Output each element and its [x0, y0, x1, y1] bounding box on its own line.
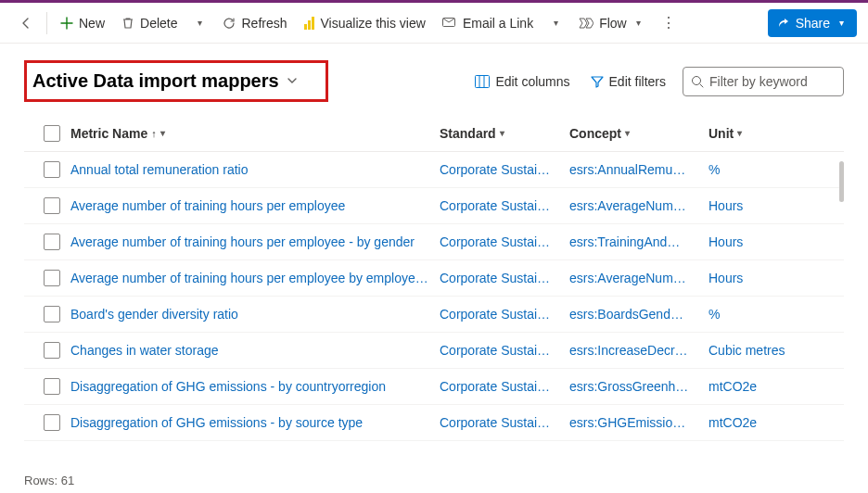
cell-standard[interactable]: Corporate Sustai…: [440, 271, 569, 285]
cell-metric-name[interactable]: Average number of training hours per emp…: [70, 198, 440, 213]
cell-standard[interactable]: Corporate Sustai…: [440, 415, 569, 430]
cell-metric-name[interactable]: Average number of training hours per emp…: [70, 234, 440, 249]
table-row[interactable]: Average number of training hours per emp…: [24, 224, 844, 260]
cell-standard[interactable]: Corporate Sustai…: [440, 343, 569, 358]
row-select[interactable]: [33, 234, 70, 250]
svg-rect-2: [312, 17, 314, 30]
email-link-label: Email a Link: [463, 16, 533, 31]
refresh-icon: [223, 17, 236, 30]
row-select[interactable]: [33, 161, 70, 178]
cell-concept[interactable]: esrs:IncreaseDecr…: [569, 343, 708, 358]
column-header-standard[interactable]: Standard ▾: [440, 126, 569, 141]
search-icon: [691, 75, 704, 88]
email-link-button[interactable]: Email a Link: [435, 8, 541, 38]
checkbox-icon: [44, 197, 60, 214]
plus-icon: [60, 17, 73, 30]
trash-icon: [121, 17, 134, 30]
column-header-concept[interactable]: Concept ▾: [569, 126, 708, 141]
table-row[interactable]: Changes in water storageCorporate Sustai…: [24, 333, 844, 369]
table-row[interactable]: Annual total remuneration ratioCorporate…: [24, 152, 844, 188]
table-row[interactable]: Board's gender diversity ratioCorporate …: [24, 297, 844, 333]
cell-metric-name[interactable]: Annual total remuneration ratio: [70, 162, 440, 177]
cell-concept[interactable]: esrs:AnnualRemu…: [569, 162, 708, 177]
refresh-button[interactable]: Refresh: [215, 8, 294, 38]
cell-unit[interactable]: %: [708, 307, 820, 322]
cell-metric-name[interactable]: Average number of training hours per emp…: [70, 271, 440, 285]
cell-unit[interactable]: Hours: [708, 234, 820, 249]
col-label: Metric Name: [70, 126, 147, 141]
checkbox-icon: [44, 306, 60, 322]
row-select[interactable]: [33, 197, 70, 214]
column-header-metric-name[interactable]: Metric Name ↑ ▾: [70, 126, 440, 141]
cell-unit[interactable]: mtCO2e: [708, 379, 820, 394]
table-row[interactable]: Disaggregation of GHG emissions - by cou…: [24, 369, 844, 405]
row-select[interactable]: [33, 342, 70, 359]
table-row[interactable]: Disaggregation of GHG emissions - by sou…: [24, 405, 844, 441]
chevron-down-icon: ▾: [632, 18, 645, 28]
new-label: New: [79, 16, 105, 31]
cell-concept[interactable]: esrs:GHGEmissio…: [569, 415, 708, 430]
delete-button[interactable]: Delete: [114, 8, 185, 38]
overflow-button[interactable]: ⋮: [654, 8, 684, 38]
email-link-dropdown[interactable]: ▾: [542, 8, 569, 38]
table-row[interactable]: Average number of training hours per emp…: [24, 260, 844, 297]
scrollbar-thumb[interactable]: [839, 161, 844, 202]
cell-unit[interactable]: %: [708, 162, 820, 177]
checkbox-icon: [44, 234, 60, 250]
email-icon: [442, 18, 457, 29]
cell-standard[interactable]: Corporate Sustai…: [440, 234, 569, 249]
chevron-down-icon: ▾: [737, 128, 742, 138]
row-select[interactable]: [33, 306, 70, 322]
view-title[interactable]: Active Data import mappers: [32, 70, 279, 92]
row-select[interactable]: [33, 270, 70, 286]
cell-metric-name[interactable]: Changes in water storage: [70, 343, 440, 358]
cell-unit[interactable]: Cubic metres: [708, 343, 820, 358]
cell-metric-name[interactable]: Board's gender diversity ratio: [70, 307, 440, 322]
edit-filters-label: Edit filters: [609, 74, 666, 89]
edit-columns-button[interactable]: Edit columns: [471, 70, 573, 93]
row-select[interactable]: [33, 378, 70, 395]
cell-standard[interactable]: Corporate Sustai…: [440, 307, 569, 322]
new-button[interactable]: New: [53, 8, 112, 38]
cell-standard[interactable]: Corporate Sustai…: [440, 379, 569, 394]
cell-unit[interactable]: Hours: [708, 198, 820, 213]
col-label: Standard: [440, 126, 496, 141]
column-header-unit[interactable]: Unit ▾: [708, 126, 820, 141]
chevron-down-icon: ▾: [160, 128, 165, 138]
row-select[interactable]: [33, 414, 70, 431]
checkbox-icon: [44, 125, 60, 142]
share-button[interactable]: Share ▾: [768, 9, 857, 37]
cell-concept[interactable]: esrs:TrainingAnd…: [569, 234, 708, 249]
svg-point-5: [693, 76, 701, 84]
cell-concept[interactable]: esrs:AverageNum…: [569, 198, 708, 213]
checkbox-icon: [44, 414, 60, 431]
cell-unit[interactable]: Hours: [708, 271, 820, 285]
visualize-button[interactable]: Visualize this view: [297, 8, 433, 38]
search-box[interactable]: [683, 67, 844, 96]
edit-filters-button[interactable]: Edit filters: [587, 70, 670, 93]
cell-standard[interactable]: Corporate Sustai…: [440, 162, 569, 177]
cell-standard[interactable]: Corporate Sustai…: [440, 198, 569, 213]
search-input[interactable]: [709, 74, 836, 89]
cell-metric-name[interactable]: Disaggregation of GHG emissions - by cou…: [70, 379, 440, 394]
filter-icon: [591, 75, 604, 88]
cell-unit[interactable]: mtCO2e: [708, 415, 820, 430]
share-icon: [777, 17, 790, 30]
svg-rect-4: [476, 75, 490, 87]
delete-dropdown[interactable]: ▾: [186, 8, 213, 38]
select-all-cell[interactable]: [33, 125, 70, 142]
flow-button[interactable]: Flow ▾: [571, 8, 652, 38]
cell-concept[interactable]: esrs:AverageNum…: [569, 271, 708, 285]
table-row[interactable]: Average number of training hours per emp…: [24, 188, 844, 224]
chevron-down-icon[interactable]: [287, 74, 298, 89]
chevron-down-icon: ▾: [194, 18, 206, 28]
cell-concept[interactable]: esrs:GrossGreenh…: [569, 379, 708, 394]
powerbi-icon: [304, 17, 315, 30]
cell-concept[interactable]: esrs:BoardsGend…: [569, 307, 708, 322]
cell-metric-name[interactable]: Disaggregation of GHG emissions - by sou…: [70, 415, 440, 430]
col-label: Unit: [708, 126, 734, 141]
visualize-label: Visualize this view: [321, 16, 426, 31]
table-header: Metric Name ↑ ▾ Standard ▾ Concept ▾ Uni…: [24, 115, 844, 152]
back-button[interactable]: [11, 8, 41, 38]
command-bar: New Delete ▾ Refresh Visualize this view…: [0, 3, 868, 44]
